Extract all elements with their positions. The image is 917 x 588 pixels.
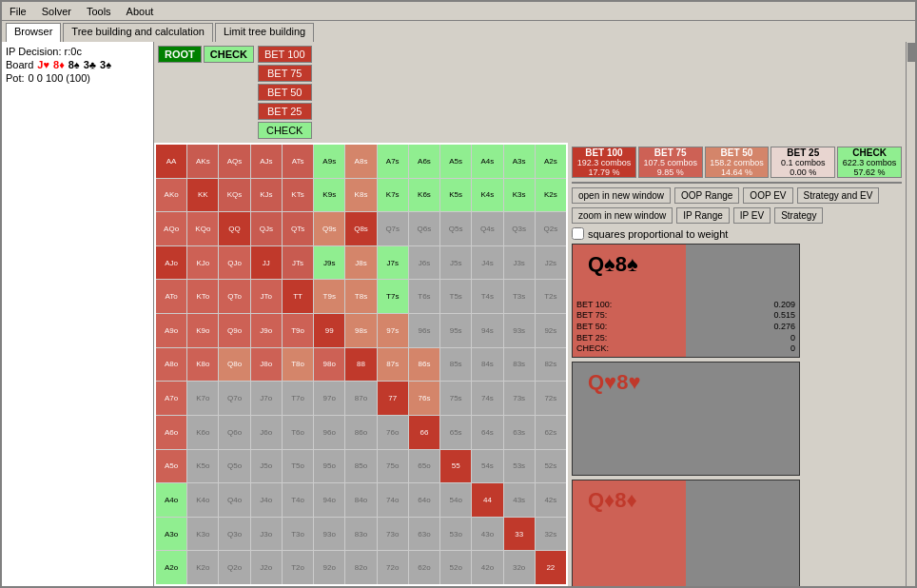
- hand-cell[interactable]: 53s: [504, 450, 535, 483]
- hand-cell[interactable]: A5o: [156, 450, 186, 483]
- hand-cell[interactable]: 62s: [536, 416, 566, 449]
- hand-cell[interactable]: 92s: [536, 314, 566, 347]
- hand-cell[interactable]: J7o: [251, 382, 282, 415]
- hand-cell[interactable]: A5s: [440, 145, 471, 178]
- hand-cell[interactable]: QJo: [219, 246, 249, 280]
- hand-cell[interactable]: 33: [504, 518, 535, 551]
- hand-cell[interactable]: Q7o: [219, 382, 249, 415]
- hand-cell[interactable]: J5s: [440, 246, 471, 280]
- menu-tools[interactable]: Tools: [83, 5, 115, 18]
- hand-cell[interactable]: QQ: [219, 212, 249, 245]
- hand-cell[interactable]: T3s: [504, 280, 535, 313]
- hand-cell[interactable]: 76s: [409, 382, 439, 415]
- hand-cell[interactable]: T5o: [283, 450, 313, 483]
- hand-cell[interactable]: T2s: [536, 280, 566, 313]
- hand-cell[interactable]: Q9o: [219, 314, 249, 347]
- tree-btn-check2[interactable]: CHECK: [258, 122, 312, 139]
- hand-cell[interactable]: 52o: [440, 551, 471, 584]
- action-bar-check[interactable]: CHECK 622.3 combos 57.62 %: [837, 147, 902, 178]
- hand-cell[interactable]: K4o: [187, 483, 218, 517]
- hand-cell[interactable]: 98s: [345, 314, 376, 347]
- hand-cell[interactable]: Q4s: [472, 212, 502, 245]
- hand-cell[interactable]: KK: [187, 179, 218, 212]
- hand-cell[interactable]: 85o: [345, 450, 376, 483]
- hand-cell[interactable]: JJ: [251, 246, 282, 280]
- hand-cell[interactable]: Q4o: [219, 483, 249, 517]
- hand-cell[interactable]: 94s: [472, 314, 502, 347]
- hand-cell[interactable]: A2s: [536, 145, 566, 178]
- hand-cell[interactable]: 82s: [536, 348, 566, 382]
- hand-cell[interactable]: 96o: [314, 416, 344, 449]
- hand-cell[interactable]: 97o: [314, 382, 344, 415]
- hand-cell[interactable]: Q8o: [219, 348, 249, 382]
- hand-cell[interactable]: 53o: [440, 518, 471, 551]
- hand-cell[interactable]: 96s: [409, 314, 439, 347]
- hand-cell[interactable]: KTs: [283, 179, 313, 212]
- action-bar-bet50[interactable]: BET 50 158.2 combos 14.64 %: [705, 147, 770, 178]
- hand-cell[interactable]: K8o: [187, 348, 218, 382]
- hand-cell[interactable]: A7o: [156, 382, 186, 415]
- hand-cell[interactable]: Q6s: [409, 212, 439, 245]
- scrollbar-thumb[interactable]: [907, 43, 915, 62]
- btn-strategy-ev[interactable]: Strategy and EV: [797, 187, 880, 204]
- hand-cell[interactable]: Q3s: [504, 212, 535, 245]
- hand-cell[interactable]: 85s: [440, 348, 471, 382]
- hand-cell[interactable]: T9o: [283, 314, 313, 347]
- hand-cell[interactable]: K9o: [187, 314, 218, 347]
- hand-cell[interactable]: QJs: [251, 212, 282, 245]
- hand-cell[interactable]: T8o: [283, 348, 313, 382]
- hand-cell[interactable]: 52s: [536, 450, 566, 483]
- hand-cell[interactable]: KJo: [187, 246, 218, 280]
- hand-cell[interactable]: A9o: [156, 314, 186, 347]
- hand-cell[interactable]: 93s: [504, 314, 535, 347]
- menu-about[interactable]: About: [123, 5, 158, 18]
- hand-cell[interactable]: 54o: [440, 483, 471, 517]
- hand-cell[interactable]: T8s: [345, 280, 376, 313]
- hand-cell[interactable]: KQo: [187, 212, 218, 245]
- hand-cell[interactable]: 62o: [409, 551, 439, 584]
- hand-cell[interactable]: T4s: [472, 280, 502, 313]
- hand-cell[interactable]: 83o: [345, 518, 376, 551]
- hand-cell[interactable]: 64s: [472, 416, 502, 449]
- hand-cell[interactable]: A6o: [156, 416, 186, 449]
- hand-cell[interactable]: K2o: [187, 551, 218, 584]
- tree-btn-bet25[interactable]: BET 25: [258, 103, 312, 120]
- btn-oop-ev[interactable]: OOP EV: [743, 187, 792, 204]
- hand-cell[interactable]: Q5o: [219, 450, 249, 483]
- hand-cell[interactable]: 42s: [536, 483, 566, 517]
- tree-btn-bet50[interactable]: BET 50: [258, 84, 312, 101]
- hand-cell[interactable]: 74o: [378, 483, 408, 517]
- hand-cell[interactable]: 55: [440, 450, 471, 483]
- hand-cell[interactable]: 76o: [378, 416, 408, 449]
- hand-cell[interactable]: J8s: [345, 246, 376, 280]
- hand-cell[interactable]: A4o: [156, 483, 186, 517]
- menu-solver[interactable]: Solver: [38, 5, 75, 18]
- menu-file[interactable]: File: [6, 5, 30, 18]
- hand-cell[interactable]: KJs: [251, 179, 282, 212]
- hand-cell[interactable]: 72o: [378, 551, 408, 584]
- hand-cell[interactable]: TT: [283, 280, 313, 313]
- hand-cell[interactable]: J6o: [251, 416, 282, 449]
- hand-cell[interactable]: J9s: [314, 246, 344, 280]
- hand-cell[interactable]: 88: [345, 348, 376, 382]
- hand-cell[interactable]: AA: [156, 145, 186, 178]
- hand-cell[interactable]: AQs: [219, 145, 249, 178]
- hand-cell[interactable]: ATo: [156, 280, 186, 313]
- hand-cell[interactable]: 73o: [378, 518, 408, 551]
- hand-cell[interactable]: T4o: [283, 483, 313, 517]
- hand-cell[interactable]: 65o: [409, 450, 439, 483]
- hand-cell[interactable]: T2o: [283, 551, 313, 584]
- hand-cell[interactable]: K5o: [187, 450, 218, 483]
- hand-cell[interactable]: 86s: [409, 348, 439, 382]
- hand-cell[interactable]: A7s: [378, 145, 408, 178]
- hand-cell[interactable]: 87s: [378, 348, 408, 382]
- hand-cell[interactable]: QTo: [219, 280, 249, 313]
- hand-cell[interactable]: 54s: [472, 450, 502, 483]
- hand-cell[interactable]: 84s: [472, 348, 502, 382]
- hand-cell[interactable]: 95o: [314, 450, 344, 483]
- hand-cell[interactable]: K4s: [472, 179, 502, 212]
- hand-cell[interactable]: J3o: [251, 518, 282, 551]
- hand-cell[interactable]: J3s: [504, 246, 535, 280]
- hand-cell[interactable]: Q2s: [536, 212, 566, 245]
- hand-cell[interactable]: 87o: [345, 382, 376, 415]
